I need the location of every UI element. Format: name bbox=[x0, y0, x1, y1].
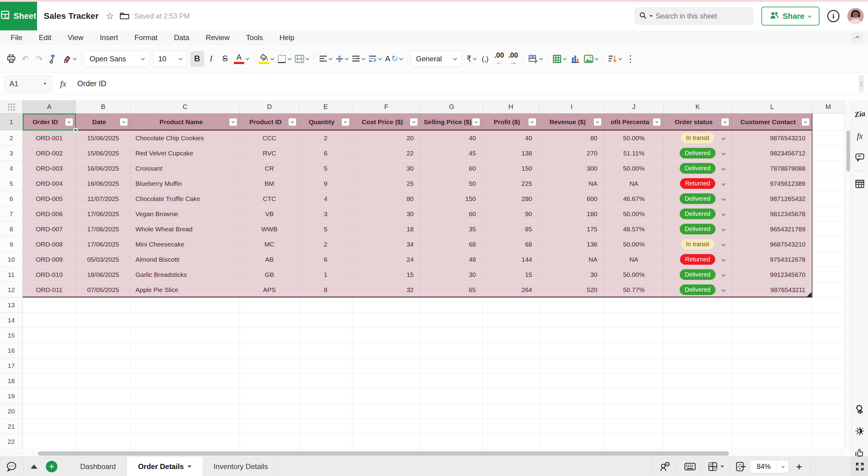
row-header-13[interactable]: 13 bbox=[0, 297, 23, 313]
insert-table-button[interactable] bbox=[551, 51, 568, 67]
cell-empty[interactable] bbox=[352, 434, 421, 449]
cell-quantity[interactable]: 3 bbox=[299, 207, 352, 222]
cell-date[interactable]: 17/06/2025 bbox=[76, 222, 131, 237]
cell-quantity[interactable]: 1 bbox=[299, 267, 352, 282]
cell-product_id[interactable]: CCC bbox=[240, 130, 299, 146]
cell-empty[interactable] bbox=[663, 297, 732, 313]
horizontal-scrollbar-thumb[interactable] bbox=[38, 451, 729, 456]
cell-empty[interactable] bbox=[539, 297, 604, 313]
filter-dropdown-button[interactable] bbox=[341, 118, 349, 126]
cell-empty[interactable] bbox=[76, 313, 131, 328]
borders-button[interactable] bbox=[276, 51, 293, 67]
tab-options-dropdown-icon[interactable] bbox=[187, 465, 192, 468]
cell-product_name[interactable]: Croissant bbox=[131, 161, 240, 176]
cell-profit_percentage[interactable]: 50.00% bbox=[604, 267, 663, 282]
vertical-scrollbar[interactable] bbox=[845, 100, 851, 449]
cell-cost_price[interactable]: 30 bbox=[352, 207, 421, 222]
cell-date[interactable]: 17/06/2025 bbox=[76, 207, 131, 222]
cell-product_name[interactable]: Chocolate Chip Cookies bbox=[131, 130, 240, 146]
cell-empty[interactable] bbox=[663, 404, 732, 419]
cell-empty[interactable] bbox=[483, 434, 539, 449]
header-cell-cost-price-[interactable]: Cost Price ($) bbox=[352, 114, 421, 130]
cell-empty[interactable] bbox=[76, 373, 131, 388]
cell-revenue[interactable]: 30 bbox=[539, 267, 604, 282]
cell-order-status[interactable]: Returned bbox=[663, 176, 732, 191]
cell-empty[interactable] bbox=[539, 404, 604, 419]
status-dropdown-icon[interactable] bbox=[722, 151, 725, 155]
cell-contact[interactable]: 9876543210 bbox=[732, 130, 812, 146]
cell-empty[interactable] bbox=[299, 358, 352, 373]
tab-order-details[interactable]: Order Details bbox=[127, 457, 203, 476]
cell-empty[interactable] bbox=[421, 419, 483, 434]
cell-quantity[interactable]: 9 bbox=[299, 176, 352, 191]
cell-order_id[interactable]: ORD-010 bbox=[23, 267, 76, 282]
favorite-star-icon[interactable]: ☆ bbox=[106, 11, 114, 21]
strikethrough-button[interactable]: S bbox=[218, 51, 232, 67]
cell-empty[interactable] bbox=[812, 130, 844, 146]
cell-product_name[interactable]: Whole Wheat Bread bbox=[131, 222, 240, 237]
cell-selling_price[interactable]: 68 bbox=[421, 237, 483, 252]
cell-profit_percentage[interactable]: 50.00% bbox=[604, 161, 663, 176]
conditional-format-button[interactable] bbox=[526, 51, 544, 67]
column-header-E[interactable]: E bbox=[299, 100, 352, 114]
cell-empty[interactable] bbox=[421, 434, 483, 449]
row-header-17[interactable]: 17 bbox=[0, 358, 23, 373]
cell-empty[interactable] bbox=[352, 328, 421, 343]
cell-empty[interactable] bbox=[812, 313, 844, 328]
cell-empty[interactable] bbox=[131, 373, 240, 388]
row-header-16[interactable]: 16 bbox=[0, 343, 23, 358]
cell-empty[interactable] bbox=[663, 434, 732, 449]
cell-empty[interactable] bbox=[812, 404, 844, 419]
zoom-in-button[interactable]: + bbox=[793, 457, 805, 476]
cell-product_name[interactable]: Blueberry Muffin bbox=[131, 176, 240, 191]
cell-order_id[interactable]: ORD-009 bbox=[23, 252, 76, 267]
cell-empty[interactable] bbox=[240, 297, 299, 313]
cell-empty[interactable] bbox=[352, 343, 421, 358]
insert-chart-button[interactable] bbox=[568, 51, 582, 67]
user-avatar[interactable] bbox=[847, 8, 864, 24]
cell-order_id[interactable]: ORD-011 bbox=[23, 282, 76, 297]
cell-empty[interactable] bbox=[604, 419, 663, 434]
cell-order-status[interactable]: In transit bbox=[663, 130, 732, 146]
undo-button[interactable]: ↶ bbox=[18, 51, 32, 67]
cell-order_id[interactable]: ORD-004 bbox=[23, 176, 76, 191]
cell-empty[interactable] bbox=[421, 404, 483, 419]
cell-cost_price[interactable]: 32 bbox=[352, 282, 421, 297]
cell-profit_percentage[interactable]: 51.11% bbox=[604, 146, 663, 161]
row-header-20[interactable]: 20 bbox=[0, 404, 23, 419]
cell-empty[interactable] bbox=[732, 358, 812, 373]
header-cell-revenue-[interactable]: Revenue ($) bbox=[539, 114, 604, 130]
cell-empty[interactable] bbox=[76, 404, 131, 419]
cell-empty[interactable] bbox=[732, 404, 812, 419]
cell-contact[interactable]: 9912345670 bbox=[732, 267, 812, 282]
search-input[interactable] bbox=[656, 12, 749, 20]
cell-empty[interactable] bbox=[812, 222, 844, 237]
cell-empty[interactable] bbox=[604, 358, 663, 373]
cell-empty[interactable] bbox=[23, 419, 76, 434]
cell-date[interactable]: 11/07/2025 bbox=[76, 191, 131, 207]
cell-order-status[interactable]: Delivered bbox=[663, 282, 732, 297]
header-cell-order-id[interactable]: Order ID bbox=[23, 114, 76, 130]
menu-data[interactable]: Data bbox=[166, 30, 198, 45]
sort-button[interactable] bbox=[606, 51, 623, 67]
cell-empty[interactable] bbox=[421, 297, 483, 313]
cell-empty[interactable] bbox=[483, 343, 539, 358]
vertical-align-button[interactable] bbox=[334, 51, 350, 67]
cell-date[interactable]: 17/06/2025 bbox=[76, 237, 131, 252]
cell-empty[interactable] bbox=[663, 328, 732, 343]
row-header-10[interactable]: 10 bbox=[0, 252, 23, 267]
cell-empty[interactable] bbox=[240, 434, 299, 449]
cell-profit[interactable]: 144 bbox=[483, 252, 539, 267]
cell-empty[interactable] bbox=[483, 419, 539, 434]
cell-quantity[interactable]: 4 bbox=[299, 191, 352, 207]
cell-empty[interactable] bbox=[812, 252, 844, 267]
cell-empty[interactable] bbox=[539, 434, 604, 449]
cell-quantity[interactable]: 6 bbox=[299, 146, 352, 161]
cell-profit_percentage[interactable]: 50.77% bbox=[604, 282, 663, 297]
cell-contact[interactable]: 9871265432 bbox=[732, 191, 812, 207]
zoom-level-select[interactable]: 84% bbox=[750, 460, 789, 473]
cell-revenue[interactable]: NA bbox=[539, 252, 604, 267]
cell-date[interactable]: 07/05/2025 bbox=[76, 282, 131, 297]
collaborators-button[interactable] bbox=[655, 457, 675, 476]
text-rotation-button[interactable]: A↻ bbox=[383, 51, 404, 67]
